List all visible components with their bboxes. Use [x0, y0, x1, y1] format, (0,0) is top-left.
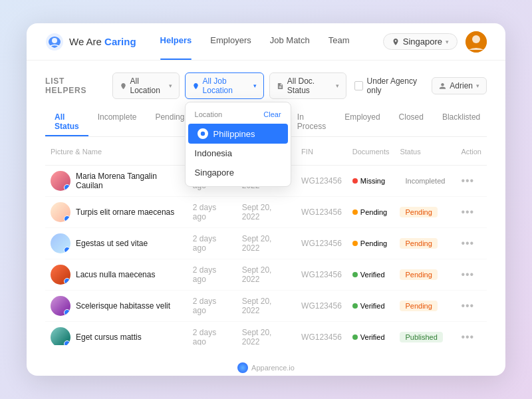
col-fin: FIN: [296, 144, 347, 166]
agency-checkbox[interactable]: [354, 81, 363, 90]
availability: Sept 20, 2022: [237, 228, 296, 259]
more-actions-btn[interactable]: •••: [461, 269, 481, 281]
status-tag: Published: [400, 332, 442, 342]
tab-blacklisted[interactable]: Blacklisted: [433, 108, 489, 136]
location-selector[interactable]: Singapore ▾: [383, 33, 458, 50]
person-avatar: [51, 296, 70, 316]
svg-point-4: [200, 132, 204, 136]
logo-text: We Are Caring: [69, 36, 136, 47]
doc-dot: [352, 303, 358, 309]
table-body: Maria Morena Tangalin Cauilan 2 days ago…: [45, 166, 487, 346]
tab-closed[interactable]: Closed: [390, 108, 433, 136]
tab-in-process[interactable]: In Process: [288, 108, 335, 136]
filters-bar: All Location ▾ All Job Location ▾ Locati…: [112, 72, 487, 99]
job-location-filter[interactable]: All Job Location ▾: [185, 72, 264, 99]
availability: Sept 20, 2022: [237, 291, 296, 322]
doc-icon: [277, 82, 284, 90]
person-avatar: [51, 202, 70, 222]
dropdown-clear-btn[interactable]: Clear: [263, 110, 281, 118]
dropdown-item-philippines[interactable]: Philippines: [188, 124, 288, 144]
dropdown-item-singapore[interactable]: Singapore: [186, 163, 291, 182]
table-row: Turpis elit ornare maecenas 2 days ago S…: [45, 197, 487, 228]
doc-label: Missing: [360, 177, 385, 185]
footer-logo-icon: [237, 362, 248, 373]
edit-indicator: [64, 309, 70, 316]
app-container: We Are Caring Helpers Employers Job Matc…: [27, 23, 505, 376]
doc-status-filter[interactable]: All Doc. Status ▾: [269, 72, 346, 99]
section-title: LIST HELPERS: [45, 76, 104, 95]
nav-team[interactable]: Team: [329, 35, 350, 48]
svg-point-1: [52, 38, 57, 43]
nav-right: Singapore ▾: [383, 31, 487, 53]
doc-status: Verified: [352, 333, 390, 341]
dropdown-item-indonesia[interactable]: Indonesia: [186, 144, 291, 163]
more-actions-btn[interactable]: •••: [461, 206, 481, 218]
col-docs: Documents: [347, 144, 395, 166]
nav-helpers[interactable]: Helpers: [160, 35, 192, 48]
last-update: 2 days ago: [188, 291, 237, 322]
fin: WG123456: [296, 322, 347, 346]
edit-indicator: [64, 278, 70, 285]
person-name[interactable]: Turpis elit ornare maecenas: [76, 207, 174, 217]
section-header: LIST HELPERS All Location ▾ All Job Loca…: [45, 72, 487, 99]
edit-indicator: [64, 247, 70, 253]
table-row: Lacus nulla maecenas 2 days ago Sept 20,…: [45, 259, 487, 291]
loc-chevron: ▾: [169, 82, 172, 89]
last-update: 2 days ago: [188, 322, 237, 346]
agent-chevron: ▾: [476, 82, 479, 89]
jobloc-chevron: ▾: [253, 82, 257, 89]
person-name[interactable]: Maria Morena Tangalin Cauilan: [76, 172, 182, 190]
status-tag: Pending: [400, 269, 437, 280]
dropdown-header: Location Clear: [186, 106, 291, 124]
location-chevron: ▾: [446, 39, 449, 45]
person-name[interactable]: Scelerisque habitasse velit: [76, 301, 170, 311]
doc-dot: [352, 334, 358, 340]
col-action: Action: [456, 144, 487, 166]
more-actions-btn[interactable]: •••: [461, 237, 481, 249]
pin2-icon: [192, 82, 200, 90]
location-icon: [392, 38, 400, 46]
doc-status: Verified: [352, 302, 390, 310]
status-tag: Pending: [400, 207, 437, 217]
avatar-image: [466, 31, 487, 53]
last-update: 2 days ago: [188, 197, 237, 228]
doc-status: Pending: [352, 239, 390, 247]
footer: Apparence.io: [27, 357, 505, 376]
person-name[interactable]: Lacus nulla maecenas: [76, 270, 155, 279]
location-filter[interactable]: All Location ▾: [112, 72, 180, 99]
more-actions-btn[interactable]: •••: [461, 331, 481, 343]
doc-label: Pending: [360, 239, 387, 247]
nav-employers[interactable]: Employers: [210, 35, 251, 48]
tab-all-status[interactable]: All Status: [45, 108, 88, 136]
nav-job-match[interactable]: Job Match: [270, 35, 310, 48]
edit-indicator: [64, 340, 70, 345]
logo-icon: [45, 33, 64, 51]
person-cell: Eget cursus mattis: [51, 327, 182, 345]
doc-status: Verified: [352, 271, 390, 279]
edit-indicator: [64, 215, 70, 222]
person-cell: Lacus nulla maecenas: [51, 265, 182, 285]
pin-icon: [120, 82, 127, 90]
fin: WG123456: [296, 228, 347, 259]
doc-dot: [352, 241, 358, 246]
doc-label: Verified: [360, 333, 385, 341]
table-row: Eget cursus mattis 2 days ago Sept 20, 2…: [45, 322, 487, 346]
agent-filter[interactable]: Adrien ▾: [432, 77, 487, 94]
person-name[interactable]: Eget cursus mattis: [76, 332, 142, 342]
person-icon: [439, 82, 446, 90]
agency-filter: Under Agency only: [354, 76, 426, 95]
person-cell: Egestas ut sed vitae: [51, 233, 182, 253]
person-name[interactable]: Egestas ut sed vitae: [76, 239, 148, 248]
doc-status: Missing: [352, 177, 390, 185]
col-name: Picture & Name: [45, 144, 188, 166]
tab-employed[interactable]: Employed: [335, 108, 389, 136]
tab-incomplete[interactable]: Incomplete: [88, 108, 146, 136]
user-avatar[interactable]: [466, 31, 487, 53]
fin: WG123456: [296, 197, 347, 228]
person-cell: Maria Morena Tangalin Cauilan: [51, 171, 182, 191]
more-actions-btn[interactable]: •••: [461, 175, 481, 187]
more-actions-btn[interactable]: •••: [461, 300, 481, 312]
doc-dot: [352, 178, 358, 184]
doc-dot: [352, 209, 358, 215]
person-avatar: [51, 233, 70, 253]
